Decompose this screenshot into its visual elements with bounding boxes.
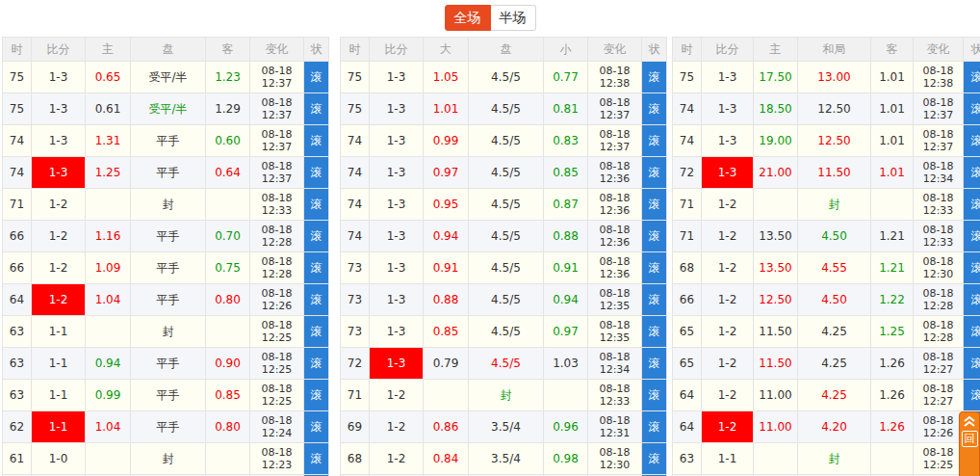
change-cell: 08-1812:37 [250, 157, 304, 189]
time-cell: 74 [341, 157, 370, 189]
table-row: 741-31.25平手0.6408-1812:37滚 [3, 157, 329, 189]
table-row: 741-30.994.5/50.8308-1812:37滚 [341, 125, 667, 157]
away-odds-cell: 0.80 [206, 411, 250, 443]
change-date: 08-18 [588, 319, 641, 331]
away-odds-cell: 0.90 [206, 348, 250, 380]
change-time: 12:25 [250, 363, 303, 376]
handicap-cell: 4.5/5 [469, 157, 544, 189]
handicap-cell: 平手 [131, 157, 206, 189]
table-row: 721-321.0011.501.0108-1812:34滚 [673, 157, 980, 189]
status-button[interactable]: 滚 [642, 62, 667, 93]
handicap-cell: 3.5/4 [469, 411, 544, 443]
status-button[interactable]: 滚 [304, 189, 329, 221]
time-cell: 73 [341, 252, 370, 284]
status-button[interactable]: 滚 [642, 252, 667, 284]
status-button[interactable]: 滚 [304, 252, 329, 284]
home-odds-cell: 0.84 [424, 443, 469, 475]
home-odds-cell: 0.86 [424, 411, 469, 443]
away-odds-cell: 1.01 [871, 93, 914, 125]
status-button[interactable]: 滚 [964, 348, 980, 380]
status-button[interactable]: 滚 [642, 284, 667, 316]
status-button[interactable]: 滚 [964, 189, 980, 221]
status-button[interactable]: 滚 [304, 443, 329, 475]
status-button[interactable]: 滚 [304, 62, 329, 93]
status-button[interactable]: 滚 [642, 411, 667, 443]
status-button[interactable]: 滚 [964, 316, 980, 348]
status-button[interactable]: 滚 [642, 157, 667, 189]
change-date: 08-18 [250, 414, 303, 427]
status-button[interactable]: 滚 [642, 221, 667, 252]
period-tabbar: 全场 半场 [0, 0, 980, 37]
time-cell: 74 [673, 125, 702, 157]
away-odds-cell: 1.23 [206, 62, 250, 93]
back-to-top-widget[interactable]: 回 [959, 411, 980, 476]
handicap-cell: 封 [131, 316, 206, 348]
score-cell: 1-2 [32, 189, 86, 221]
column-header-score-cell: 比分 [370, 38, 424, 62]
status-button[interactable]: 滚 [642, 93, 667, 125]
column-header-time-cell: 时 [673, 38, 702, 62]
status-button[interactable]: 滚 [642, 443, 667, 475]
change-date: 08-18 [250, 319, 303, 331]
handicap-cell: 4.50 [798, 284, 871, 316]
status-button[interactable]: 滚 [304, 348, 329, 380]
handicap-cell: 平手 [131, 221, 206, 252]
handicap-cell: 4.5/5 [469, 93, 544, 125]
change-time: 12:25 [250, 395, 303, 408]
table-row: 731-30.914.5/50.9108-1812:36滚 [341, 252, 667, 284]
status-button[interactable]: 滚 [964, 284, 980, 316]
status-button[interactable]: 滚 [304, 284, 329, 316]
change-cell: 08-1812:35 [588, 316, 642, 348]
change-cell: 08-1812:33 [250, 189, 304, 221]
change-cell: 08-1812:28 [250, 221, 304, 252]
status-button[interactable]: 滚 [304, 93, 329, 125]
handicap-cell: 4.5/5 [469, 348, 544, 380]
change-time: 12:27 [914, 363, 963, 376]
time-cell: 73 [341, 316, 370, 348]
time-cell: 68 [673, 252, 702, 284]
handicap-cell: 3.5/4 [469, 443, 544, 475]
change-time: 12:37 [250, 172, 303, 185]
change-cell: 08-1812:33 [914, 221, 964, 252]
score-cell: 1-2 [32, 252, 86, 284]
time-cell: 71 [673, 189, 702, 221]
table-row: 621-11.04平手0.8008-1812:24滚 [3, 411, 329, 443]
tab-half-match[interactable]: 半场 [491, 5, 536, 31]
status-button[interactable]: 滚 [304, 316, 329, 348]
status-button[interactable]: 滚 [964, 221, 980, 252]
home-odds-cell: 12.50 [754, 284, 798, 316]
status-button[interactable]: 滚 [964, 252, 980, 284]
change-time: 12:37 [250, 109, 303, 121]
status-button[interactable]: 滚 [304, 157, 329, 189]
away-odds-cell: 1.21 [871, 221, 914, 252]
status-button[interactable]: 滚 [642, 125, 667, 157]
column-header-change-cell: 变化 [588, 38, 642, 62]
status-button[interactable]: 滚 [964, 62, 980, 93]
table-row: 751-31.014.5/50.8108-1812:37滚 [341, 93, 667, 125]
change-date: 08-18 [250, 96, 303, 109]
status-button[interactable]: 滚 [964, 93, 980, 125]
status-button[interactable]: 滚 [304, 221, 329, 252]
status-button[interactable]: 滚 [642, 348, 667, 380]
status-button[interactable]: 滚 [304, 411, 329, 443]
status-button[interactable]: 滚 [964, 157, 980, 189]
home-odds-cell: 11.50 [754, 348, 798, 380]
change-cell: 08-1812:26 [250, 284, 304, 316]
time-cell: 65 [673, 316, 702, 348]
status-button[interactable]: 滚 [964, 125, 980, 157]
status-button[interactable]: 滚 [642, 380, 667, 411]
change-cell: 08-1812:26 [914, 411, 964, 443]
status-button[interactable]: 滚 [642, 316, 667, 348]
return-button[interactable]: 回 [962, 431, 978, 447]
change-time: 12:36 [588, 268, 641, 280]
status-button[interactable]: 滚 [642, 189, 667, 221]
change-cell: 08-1812:33 [914, 189, 964, 221]
table-row: 651-211.504.251.2608-1812:27滚 [673, 348, 980, 380]
home-odds-cell: 0.85 [424, 316, 469, 348]
tab-full-match[interactable]: 全场 [445, 5, 491, 31]
status-button[interactable]: 滚 [304, 380, 329, 411]
status-button[interactable]: 滚 [304, 125, 329, 157]
change-date: 08-18 [914, 255, 963, 268]
score-cell: 1-3 [370, 221, 424, 252]
status-button[interactable]: 滚 [964, 380, 980, 411]
